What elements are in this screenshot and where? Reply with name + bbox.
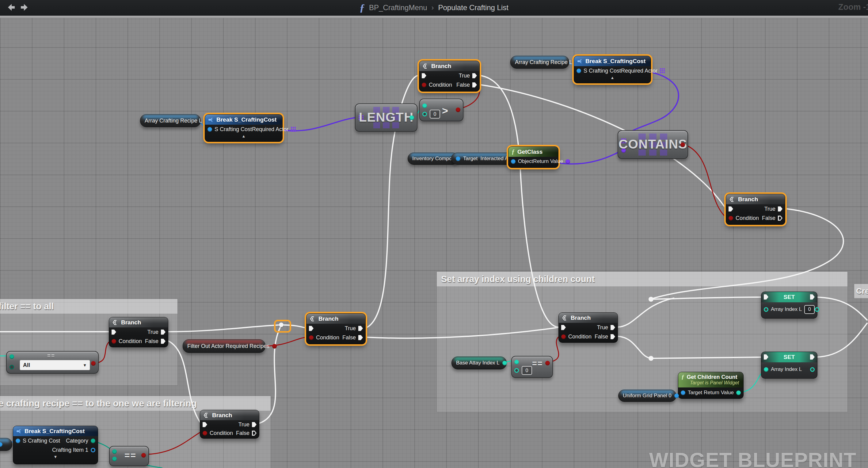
exec-in-pin[interactable] — [422, 73, 426, 78]
array-length-node[interactable]: LENGTH — [355, 103, 417, 132]
getclass-node[interactable]: ƒ GetClass Object Return Value — [508, 146, 558, 168]
bool-output-pin[interactable] — [272, 344, 277, 348]
condition-pin[interactable] — [561, 334, 566, 339]
return-value-pin[interactable] — [736, 391, 741, 395]
branch-header[interactable]: Branch — [200, 410, 259, 420]
exec-true-pin[interactable] — [358, 326, 363, 331]
equals-in-a-pin[interactable] — [514, 360, 519, 365]
exec-in-pin[interactable] — [728, 206, 733, 212]
greater-than-node[interactable]: 0 > — [419, 99, 463, 121]
variable-pill-array-crafting-recipe[interactable]: Array Crafting Recipe L — [510, 56, 569, 69]
exec-in-pin[interactable] — [112, 330, 116, 335]
object-output-pin[interactable] — [674, 394, 679, 398]
get-children-count-node[interactable]: ƒ Get Children Count Target is Panel Wid… — [678, 372, 744, 399]
equals-node-bottom[interactable]: == — [109, 446, 149, 466]
exec-true-pin[interactable] — [252, 422, 256, 427]
int-output-pin[interactable] — [502, 361, 507, 365]
branch-node-right[interactable]: Branch True Condition False — [726, 194, 785, 225]
greater-in-a-pin[interactable] — [422, 103, 427, 108]
condition-pin[interactable] — [309, 335, 314, 340]
array-map-pin-icon[interactable] — [660, 68, 665, 73]
exec-false-pin[interactable] — [252, 431, 256, 436]
target-in-pin[interactable] — [456, 157, 460, 161]
equals-out-pin[interactable] — [141, 453, 146, 458]
exec-false-pin[interactable] — [611, 334, 615, 339]
branch-header[interactable]: Branch — [419, 61, 479, 71]
exec-false-pin[interactable] — [161, 339, 165, 344]
branch-header[interactable]: Branch — [307, 314, 365, 324]
equals-out-pin[interactable] — [91, 361, 96, 366]
variable-pill-uniform-grid-panel[interactable]: Uniform Grid Panel 0 — [618, 390, 676, 402]
object-output-pin[interactable] — [0, 442, 2, 447]
array-map-pin-icon[interactable] — [291, 127, 296, 132]
return-value-pin[interactable] — [565, 159, 570, 164]
variable-pill-array-crafting-recipe[interactable]: Array Crafting Recipe L — [140, 114, 201, 127]
variable-pill-target-interacted-actor[interactable]: Target Interacted Actor — [451, 153, 517, 165]
exec-in-pin[interactable] — [203, 422, 207, 427]
enum-equals-node[interactable]: == All ▼ — [6, 351, 99, 374]
greater-in-b-pin[interactable] — [422, 112, 427, 116]
length-out-pin[interactable] — [409, 115, 414, 120]
enum-in-b-pin[interactable] — [9, 365, 14, 369]
condition-pin[interactable] — [422, 83, 426, 87]
equals-out-pin[interactable] — [545, 361, 550, 365]
breadcrumb-blueprint[interactable]: BP_CraftingMenu — [369, 3, 427, 12]
struct-in-pin[interactable] — [16, 439, 20, 443]
equals-in-b-pin[interactable] — [514, 368, 519, 373]
greater-out-pin[interactable] — [456, 107, 460, 112]
target-in-pin[interactable] — [681, 391, 685, 395]
default-value-box[interactable]: 0 — [430, 110, 440, 119]
collapse-arrow[interactable]: ▲ — [574, 75, 651, 81]
equals-in-b-pin[interactable] — [112, 457, 117, 461]
crafting-item-out-pin[interactable] — [91, 448, 95, 453]
variable-pill-base-array-index[interactable]: Base Attay Index L — [452, 357, 507, 369]
branch-node-bottom[interactable]: Branch True Condition False — [200, 410, 259, 439]
break-header[interactable]: Break S_CraftingCost — [13, 426, 98, 436]
set-array-index-node-bottom[interactable]: SET Array Index L — [761, 352, 817, 378]
set-header[interactable]: SET — [761, 292, 817, 302]
branch-node-comment[interactable]: Branch True Condition False — [558, 312, 618, 343]
object-in-pin[interactable] — [511, 159, 516, 164]
break-crafting-cost-node-topright[interactable]: Break S_CraftingCost S Crafting Cost Req… — [574, 56, 651, 83]
condition-pin[interactable] — [728, 216, 733, 221]
default-value-box[interactable]: 0 — [804, 305, 815, 314]
reroute-dot[interactable] — [279, 323, 283, 327]
enum-in-a-pin[interactable] — [9, 355, 14, 359]
default-value-box[interactable]: 0 — [522, 366, 532, 375]
exec-false-pin[interactable] — [778, 215, 782, 221]
value-out-pin[interactable] — [810, 367, 815, 372]
exec-true-pin[interactable] — [472, 73, 477, 78]
exec-out-pin[interactable] — [810, 294, 815, 300]
set-array-index-node-top[interactable]: SET Array Index L0 — [761, 292, 817, 319]
exec-false-pin[interactable] — [472, 82, 477, 88]
value-in-pin[interactable] — [764, 367, 768, 372]
enum-dropdown[interactable]: All ▼ — [20, 360, 90, 370]
break-header[interactable]: Break S_CraftingCost — [574, 56, 651, 66]
variable-pill-clipped[interactable] — [0, 438, 12, 451]
break-crafting-cost-node-left[interactable]: Break S_CraftingCost S Crafting Cost Req… — [205, 114, 283, 142]
break-crafting-cost-node-bottom[interactable]: Break S_CraftingCost S Crafting Cost Cat… — [13, 426, 98, 464]
set-header[interactable]: SET — [761, 352, 817, 362]
equals-node-middle[interactable]: 0 == — [511, 356, 553, 378]
expand-arrow[interactable]: ▼ — [13, 455, 98, 460]
collapse-arrow[interactable]: ▲ — [205, 134, 282, 139]
breadcrumb-function[interactable]: Populate Crafting List — [438, 3, 508, 12]
branch-node-top[interactable]: Branch True Condition False — [419, 61, 480, 92]
getclass-header[interactable]: ƒ GetClass — [508, 147, 558, 157]
exec-in-pin[interactable] — [561, 325, 566, 330]
value-out-pin[interactable] — [815, 307, 819, 312]
branch-header[interactable]: Branch — [559, 313, 618, 323]
struct-in-pin[interactable] — [577, 69, 581, 73]
branch-header[interactable]: Branch — [726, 194, 785, 204]
category-out-pin[interactable] — [91, 439, 95, 443]
array-contains-node[interactable]: CONTAINS — [618, 130, 688, 159]
branch-header[interactable]: Branch — [109, 317, 168, 327]
exec-in-pin[interactable] — [309, 326, 314, 331]
exec-false-pin[interactable] — [358, 335, 363, 340]
break-header[interactable]: Break S_CraftingCost — [205, 114, 282, 125]
value-in-pin[interactable] — [764, 307, 768, 312]
branch-node-filter[interactable]: Branch True Condition False — [109, 317, 168, 347]
contains-out-pin[interactable] — [680, 142, 685, 147]
struct-in-pin[interactable] — [208, 127, 212, 132]
get-children-count-header[interactable]: ƒ Get Children Count Target is Panel Wid… — [678, 372, 743, 388]
